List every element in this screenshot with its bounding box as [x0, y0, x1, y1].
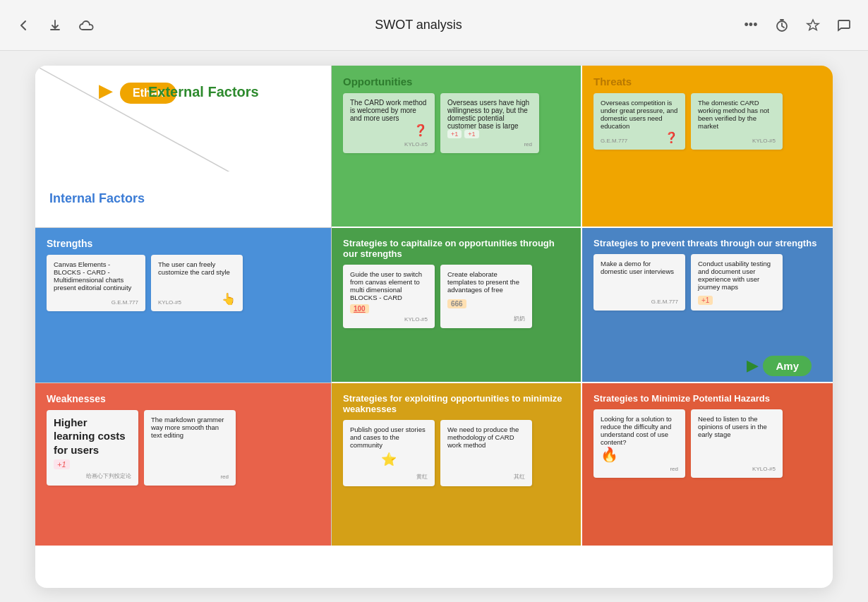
strategies-capitalize-title: Strategies to capitalize on opportunitie… — [343, 238, 569, 259]
list-item: Overseas users have high willingness to … — [440, 93, 539, 153]
sticky-footer: G.E.M.777 — [54, 299, 138, 306]
sticky-footer: 给画心下判投定论 — [54, 472, 131, 480]
amy-bubble: Amy — [763, 356, 812, 376]
strategies-capitalize-notes: Guide the user to switch from canvas ele… — [343, 265, 569, 328]
fire-emoji: 🔥 — [601, 446, 678, 463]
sticky-footer: red — [447, 141, 532, 148]
cloud-button[interactable] — [76, 16, 96, 35]
sticky-text: The markdown grammer way more smooth tha… — [151, 416, 229, 439]
cursor-icon: ▶ — [747, 356, 759, 375]
strategies-minimize-title: Strategies to Minimize Potential Hazards — [593, 393, 821, 404]
list-item: Create elaborate templates to present th… — [440, 265, 532, 328]
sticky-text: Higher learning costs for users — [54, 416, 131, 457]
strategies-prevent-title: Strategies to prevent threats through ou… — [593, 238, 821, 248]
sticky-text: The user can freely customize the card s… — [158, 260, 236, 276]
svg-line-1 — [35, 66, 247, 171]
sticky-footer: red — [151, 474, 229, 480]
list-item: Make a demo for domestic user interviews… — [593, 254, 685, 311]
star-button[interactable] — [803, 16, 823, 35]
list-item: Need to listen to the opinions of users … — [691, 409, 783, 478]
list-item: We need to produce the methodology of CA… — [440, 420, 532, 486]
sticky-footer: red — [601, 466, 678, 472]
sticky-text: We need to produce the methodology of CA… — [447, 426, 525, 449]
list-item: Publish good user stories and cases to t… — [343, 420, 435, 486]
sticky-text: Overseas users have high willingness to … — [447, 99, 532, 130]
sticky-text: Guide the user to switch from canvas ele… — [350, 270, 428, 301]
internal-factors-label: Internal Factors — [49, 191, 145, 206]
sticky-footer: KYLO-#5 — [158, 299, 181, 306]
strategies-minimize-notes: Looking for a solution to reduce the dif… — [593, 409, 821, 478]
sticky-text: Create elaborate templates to present th… — [447, 270, 525, 294]
more-button[interactable]: ••• — [741, 16, 761, 35]
threats-notes: Overseas competition is under great pres… — [593, 93, 821, 150]
threats-cell: Threats Overseas competition is under gr… — [582, 66, 833, 228]
sticky-emoji: ❓ — [414, 124, 428, 137]
strategies-capitalize-cell: Strategies to capitalize on opportunitie… — [332, 228, 582, 383]
canvas-area: ▶ Ethan External Factors Internal Factor… — [0, 51, 868, 602]
sticky-footer: KYLO-#5 — [350, 316, 428, 323]
strategies-minimize-cell: Strategies to Minimize Potential Hazards… — [582, 383, 833, 546]
strategies-prevent-notes: Make a demo for domestic user interviews… — [593, 254, 821, 311]
sticky-emoji: ❓ — [665, 131, 678, 144]
title-bar: SWOT analysis ••• — [0, 0, 868, 51]
sticky-text: The domestic CARD working method has not… — [698, 99, 776, 130]
opportunities-notes: The CARD work method is welcomed by more… — [343, 93, 569, 153]
strategies-prevent-cell: Strategies to prevent threats through ou… — [582, 228, 833, 383]
sticky-text: Publish good user stories and cases to t… — [350, 426, 428, 449]
sticky-footer: KYLO-#5 — [698, 138, 776, 144]
list-item: Guide the user to switch from canvas ele… — [343, 265, 435, 328]
header-cell: ▶ Ethan External Factors Internal Factor… — [35, 66, 332, 228]
list-item: Canvas Elements - BLOCKS - CARD - Multid… — [47, 255, 145, 311]
timer-button[interactable] — [772, 16, 792, 35]
list-item: The domestic CARD working method has not… — [691, 93, 783, 150]
weaknesses-notes: Higher learning costs for users +1 给画心下判… — [47, 410, 320, 486]
list-item: The user can freely customize the card s… — [151, 255, 243, 311]
sticky-footer: 黄红 — [350, 473, 428, 481]
sticky-footer: KYLO-#5 — [350, 141, 428, 148]
sticky-footer: G.E.M.777 — [601, 299, 678, 305]
list-item: The markdown grammer way more smooth tha… — [144, 410, 236, 486]
weaknesses-cell: Weaknesses Higher learning costs for use… — [35, 383, 332, 546]
back-button[interactable] — [14, 16, 34, 35]
sticky-text: Need to listen to the opinions of users … — [698, 415, 776, 438]
page-title: SWOT analysis — [375, 18, 462, 32]
threats-title: Threats — [593, 76, 821, 88]
sticky-footer: G.E.M.777 — [601, 138, 627, 144]
sticky-footer: 奶奶 — [447, 315, 525, 323]
sticky-footer: 其红 — [447, 473, 525, 481]
amy-area: ▶ Amy — [747, 356, 812, 376]
strengths-title: Strengths — [47, 238, 320, 249]
external-factors-label: External Factors — [148, 84, 259, 100]
sticky-emoji: ⭐ — [350, 452, 428, 467]
swot-board: ▶ Ethan External Factors Internal Factor… — [35, 66, 833, 588]
sticky-text: The CARD work method is welcomed by more… — [350, 99, 428, 122]
strengths-notes: Canvas Elements - BLOCKS - CARD - Multid… — [47, 255, 320, 311]
strategies-exploit-cell: Strategies for exploiting opportunities … — [332, 383, 582, 546]
toolbar-right: ••• — [741, 16, 854, 35]
strategies-exploit-title: Strategies for exploiting opportunities … — [343, 393, 569, 414]
sticky-footer: KYLO-#5 — [698, 466, 776, 472]
sticky-text: Canvas Elements - BLOCKS - CARD - Multid… — [54, 260, 138, 291]
opportunities-title: Opportunities — [343, 76, 569, 88]
list-item: Higher learning costs for users +1 给画心下判… — [47, 410, 138, 486]
sticky-text: Overseas competition is under great pres… — [601, 99, 678, 130]
list-item: Looking for a solution to reduce the dif… — [593, 409, 685, 478]
list-item: Conduct usability testing and document u… — [691, 254, 783, 311]
play-icon: ▶ — [99, 80, 113, 102]
sticky-emoji: 👆 — [222, 292, 236, 306]
list-item: Overseas competition is under great pres… — [593, 93, 685, 150]
sticky-text: Make a demo for domestic user interviews — [601, 260, 678, 275]
diagonal-line — [35, 66, 247, 171]
toolbar-left — [14, 16, 96, 35]
opportunities-cell: Opportunities The CARD work method is we… — [332, 66, 582, 228]
download-button[interactable] — [45, 16, 65, 35]
chat-button[interactable] — [834, 16, 854, 35]
sticky-text: Looking for a solution to reduce the dif… — [601, 415, 678, 446]
sticky-text: Conduct usability testing and document u… — [698, 260, 776, 291]
strengths-cell: Strengths Canvas Elements - BLOCKS - CAR… — [35, 228, 332, 383]
strategies-exploit-notes: Publish good user stories and cases to t… — [343, 420, 569, 486]
weaknesses-title: Weaknesses — [47, 393, 320, 404]
list-item: The CARD work method is welcomed by more… — [343, 93, 435, 153]
